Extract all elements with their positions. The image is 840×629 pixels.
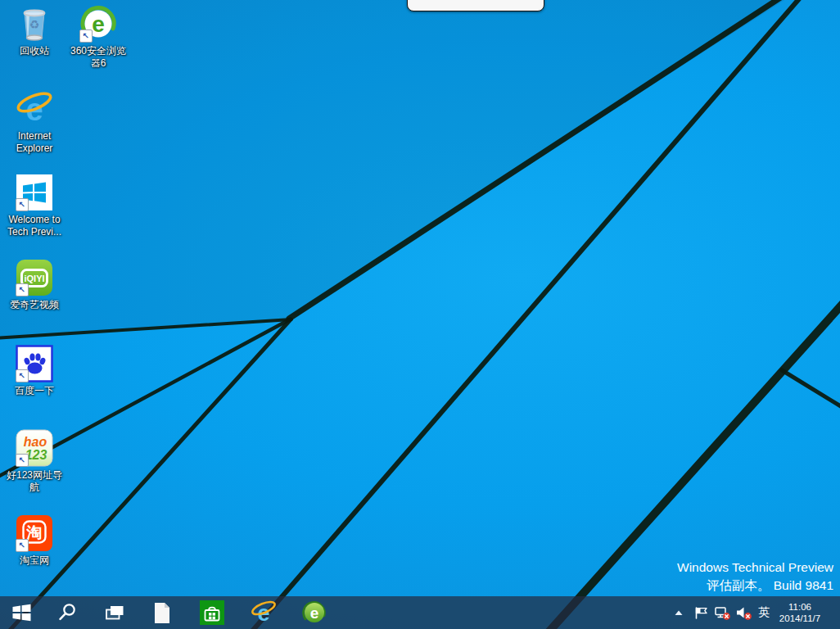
shortcut-arrow-icon: ↖ bbox=[16, 454, 29, 467]
icon-label: Tech Previ... bbox=[0, 226, 69, 238]
tray-volume-button[interactable] bbox=[733, 596, 754, 629]
icon-label: 好123网址导 bbox=[0, 469, 69, 482]
icon-label: 爱奇艺视频 bbox=[0, 299, 69, 311]
shortcut-arrow-icon: ↖ bbox=[16, 369, 29, 382]
windows-start-icon bbox=[11, 603, 32, 622]
tray-network-button[interactable] bbox=[711, 596, 733, 629]
clock-date: 2014/11/7 bbox=[768, 613, 832, 624]
speaker-muted-icon bbox=[735, 605, 752, 621]
desktop-icon-hao123[interactable]: hao 123 ↖ 好123网址导 航 bbox=[0, 429, 69, 494]
icon-label: 淘宝网 bbox=[0, 554, 69, 567]
search-button[interactable] bbox=[47, 596, 87, 629]
chevron-up-icon bbox=[674, 609, 684, 616]
desktop-icon-internet-explorer[interactable]: e Internet Explorer bbox=[0, 90, 69, 155]
svg-text:淘: 淘 bbox=[26, 524, 43, 541]
icon-label: Explorer bbox=[0, 143, 69, 155]
icon-label: 360安全浏览 bbox=[64, 45, 133, 57]
svg-text:iQIYI: iQIYI bbox=[24, 274, 44, 283]
shortcut-arrow-icon: ↖ bbox=[16, 539, 29, 552]
desktop-icon-iqiyi[interactable]: iQIYI ↖ 爱奇艺视频 bbox=[0, 259, 69, 311]
svg-text:♻: ♻ bbox=[29, 18, 40, 31]
document-button[interactable] bbox=[142, 596, 182, 629]
shortcut-arrow-icon: ↖ bbox=[16, 198, 29, 211]
partial-window-fragment[interactable] bbox=[407, 0, 544, 11]
svg-text:e: e bbox=[310, 604, 319, 622]
search-icon bbox=[57, 603, 77, 622]
document-icon bbox=[152, 602, 172, 624]
desktop-icon-welcome-tech-preview[interactable]: ↖ Welcome to Tech Previ... bbox=[0, 174, 69, 238]
icon-label: 回收站 bbox=[0, 45, 69, 57]
svg-text:e: e bbox=[92, 11, 105, 37]
watermark-line1: Windows Technical Preview bbox=[677, 559, 833, 577]
task-view-icon bbox=[105, 604, 125, 622]
flag-icon bbox=[693, 605, 709, 620]
tray-clock[interactable]: 11:06 2014/11/7 bbox=[768, 596, 832, 629]
build-watermark: Windows Technical Preview 评估副本。 Build 98… bbox=[677, 559, 833, 595]
watermark-line2: 评估副本。 Build 9841 bbox=[677, 577, 833, 595]
network-disconnected-icon bbox=[714, 605, 731, 621]
clock-time: 11:06 bbox=[768, 601, 832, 613]
desktop-icon-taobao[interactable]: 淘 ↖ 淘宝网 bbox=[0, 514, 69, 567]
icon-label: 航 bbox=[0, 482, 69, 494]
svg-text:hao: hao bbox=[24, 435, 47, 449]
shortcut-arrow-icon: ↖ bbox=[79, 29, 93, 43]
desktop: ♻ 回收站 e ↖ 360安全浏览 器6 e Internet Explorer bbox=[0, 0, 840, 629]
desktop-icon-recycle-bin[interactable]: ♻ 回收站 bbox=[0, 5, 69, 57]
tray-show-hidden-icons-button[interactable] bbox=[670, 596, 688, 629]
taskbar: e e bbox=[0, 596, 840, 629]
store-icon bbox=[200, 600, 224, 625]
store-button[interactable] bbox=[192, 596, 232, 629]
icon-label: 器6 bbox=[64, 57, 133, 70]
recycle-bin-icon: ♻ bbox=[16, 5, 53, 43]
wallpaper bbox=[0, 0, 840, 629]
internet-explorer-icon: e bbox=[251, 600, 277, 626]
internet-explorer-icon: e bbox=[16, 90, 53, 128]
icon-label: 百度一下 bbox=[0, 385, 69, 397]
360-browser-icon: e bbox=[302, 600, 327, 625]
desktop-icon-baidu[interactable]: ↖ 百度一下 bbox=[0, 345, 69, 397]
shortcut-arrow-icon: ↖ bbox=[16, 283, 29, 296]
tray-action-center-button[interactable] bbox=[690, 596, 711, 629]
start-button[interactable] bbox=[2, 596, 41, 629]
360-browser-taskbar-button[interactable]: e bbox=[295, 596, 334, 629]
icon-label: Internet bbox=[0, 130, 69, 143]
task-view-button[interactable] bbox=[95, 596, 134, 629]
internet-explorer-taskbar-button[interactable]: e bbox=[244, 596, 283, 629]
icon-label: Welcome to bbox=[0, 214, 69, 226]
desktop-icon-360-safe-browser[interactable]: e ↖ 360安全浏览 器6 bbox=[64, 5, 133, 70]
